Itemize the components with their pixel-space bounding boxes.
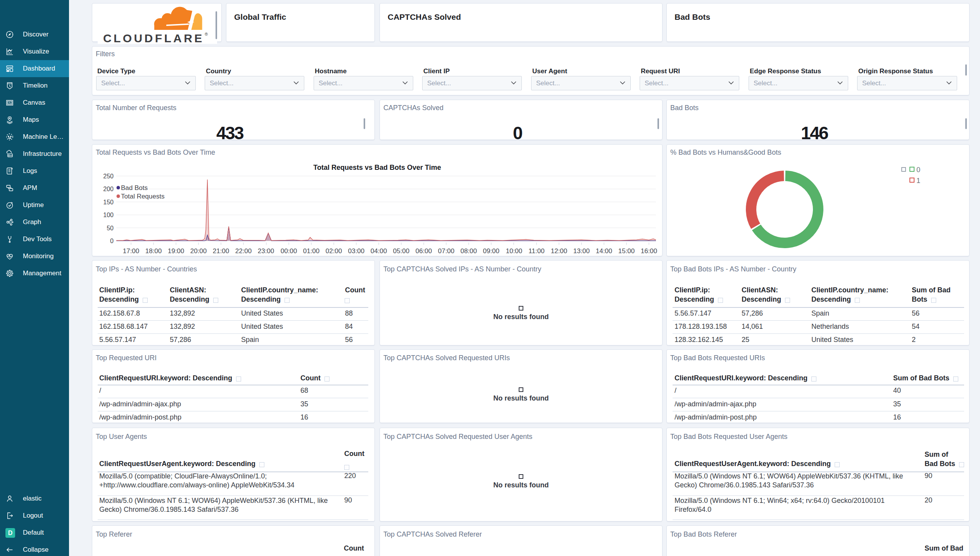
svg-text:150: 150 — [103, 199, 114, 205]
svg-text:21:00: 21:00 — [213, 247, 229, 255]
svg-text:17:00: 17:00 — [123, 247, 140, 255]
svg-text:100: 100 — [103, 212, 114, 218]
svg-text:00:00: 00:00 — [281, 247, 297, 255]
svg-text:13:00: 13:00 — [573, 247, 590, 255]
svg-text:16:00: 16:00 — [641, 247, 657, 255]
svg-text:15:00: 15:00 — [618, 247, 635, 255]
svg-text:18:00: 18:00 — [145, 247, 162, 255]
svg-text:Total Requests: Total Requests — [121, 193, 164, 200]
svg-text:04:00: 04:00 — [371, 247, 387, 255]
svg-text:01:00: 01:00 — [303, 247, 320, 255]
svg-text:11:00: 11:00 — [528, 247, 544, 255]
svg-text:02:00: 02:00 — [326, 247, 342, 255]
svg-text:10:00: 10:00 — [506, 247, 523, 255]
svg-text:20:00: 20:00 — [190, 247, 207, 255]
svg-text:09:00: 09:00 — [483, 247, 500, 255]
svg-text:08:00: 08:00 — [461, 247, 477, 255]
svg-text:0: 0 — [110, 238, 114, 244]
svg-text:Total Requests vs Bad Bots Ove: Total Requests vs Bad Bots Over Time — [313, 164, 441, 171]
svg-text:50: 50 — [107, 225, 114, 231]
svg-text:07:00: 07:00 — [438, 247, 455, 255]
svg-text:250: 250 — [103, 173, 114, 180]
svg-text:05:00: 05:00 — [393, 247, 410, 255]
svg-text:19:00: 19:00 — [168, 247, 185, 255]
svg-text:06:00: 06:00 — [416, 247, 432, 255]
svg-text:03:00: 03:00 — [348, 247, 365, 255]
svg-text:23:00: 23:00 — [258, 247, 274, 255]
svg-text:12:00: 12:00 — [551, 247, 568, 255]
svg-text:14:00: 14:00 — [596, 247, 612, 255]
svg-text:22:00: 22:00 — [235, 247, 252, 255]
svg-text:Bad Bots: Bad Bots — [121, 184, 148, 192]
svg-text:200: 200 — [103, 186, 114, 192]
